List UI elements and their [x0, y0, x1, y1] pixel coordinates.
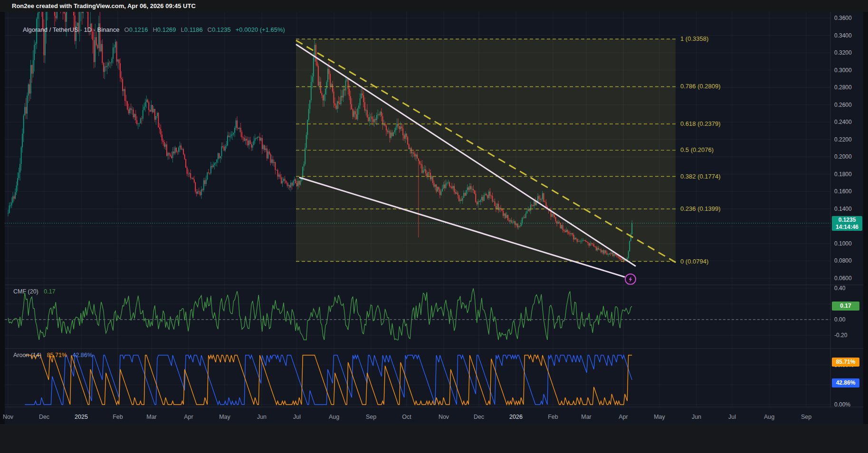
chart-panel[interactable]: Algorand / TetherUS · 1D · BinanceO0.121… — [5, 12, 863, 424]
aroon-legend[interactable]: Aroon (14) 85.71% 42.86% — [13, 352, 93, 359]
attribution-bar: Ron2ee created with TradingView.com, Apr… — [0, 0, 868, 12]
attribution-text: Ron2ee created with TradingView.com, Apr… — [12, 2, 196, 9]
symbol-title[interactable]: Algorand / TetherUS · 1D · Binance — [23, 26, 120, 33]
last-price-badge: 0.1235 14:14:46 — [832, 216, 862, 231]
cmf-current-value: 0.17 — [44, 288, 55, 295]
aroon-up-value: 85.71% — [47, 352, 67, 359]
aroon-down-value: 42.86% — [72, 352, 92, 359]
last-price-value: 0.1235 — [832, 217, 862, 224]
high-value: 0.1269 — [157, 26, 176, 33]
tradingview-chart-screenshot: Ron2ee created with TradingView.com, Apr… — [0, 0, 868, 453]
last-price-countdown: 14:14:46 — [832, 224, 862, 231]
cmf-legend[interactable]: CMF (20) 0.17 — [13, 288, 56, 295]
symbol-legend[interactable]: Algorand / TetherUS · 1D · BinanceO0.121… — [23, 26, 285, 33]
footer-bar: TradingView — [0, 424, 868, 453]
high-label: H — [153, 26, 157, 33]
low-label: L — [181, 26, 184, 33]
cmf-label[interactable]: CMF (20) — [13, 288, 38, 295]
close-value: 0.1235 — [212, 26, 231, 33]
cmf-value-badge: 0.17 — [832, 302, 859, 311]
low-value: 0.1186 — [184, 26, 203, 33]
open-value: 0.1216 — [129, 26, 148, 33]
close-label: C — [208, 26, 212, 33]
open-label: O — [124, 26, 129, 33]
chart-canvas[interactable] — [5, 12, 863, 424]
aroon-label[interactable]: Aroon (14) — [13, 352, 41, 359]
aroon-up-badge: 85.71% — [832, 358, 859, 367]
change-value: +0.0020 (+1.65%) — [236, 26, 285, 33]
aroon-down-badge: 42.86% — [832, 378, 859, 387]
